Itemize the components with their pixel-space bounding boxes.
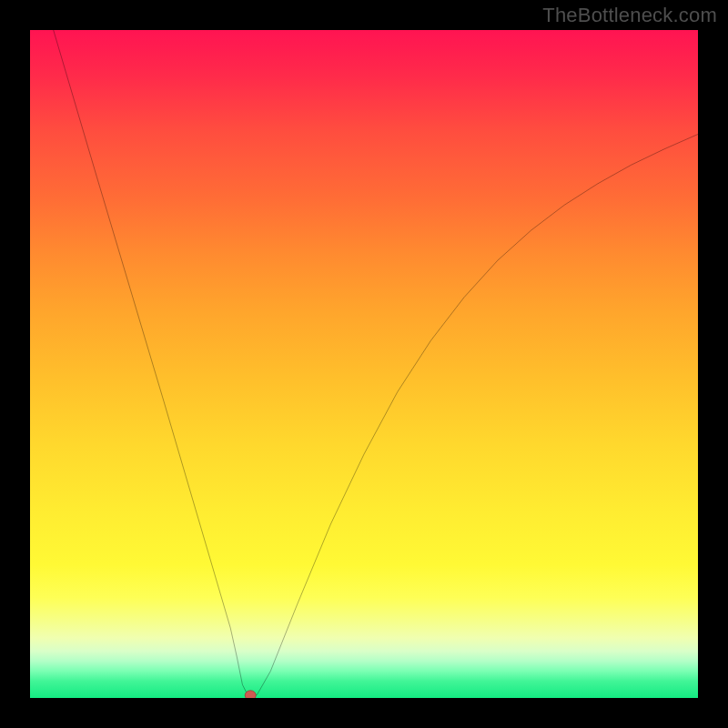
chart-svg (30, 30, 698, 698)
chart-container: TheBottleneck.com (0, 0, 728, 728)
bottleneck-curve (54, 30, 698, 698)
watermark-text: TheBottleneck.com (542, 4, 717, 27)
bottleneck-marker (245, 691, 256, 698)
